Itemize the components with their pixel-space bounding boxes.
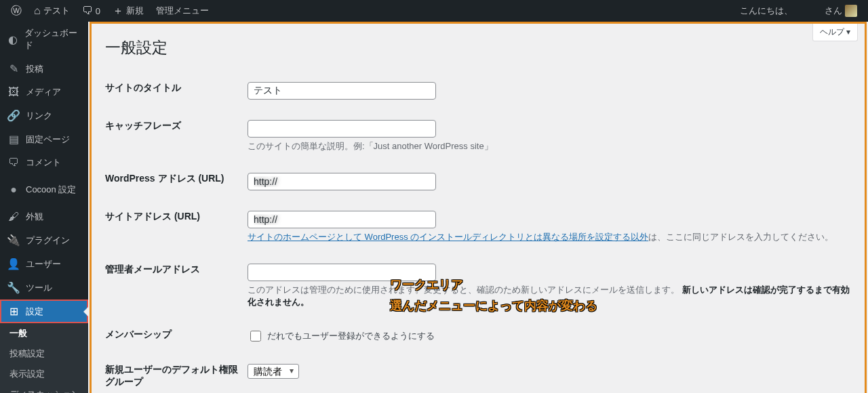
menu-label: リンク bbox=[26, 110, 52, 122]
wp-logo-menu[interactable]: ⓦ bbox=[5, 0, 27, 22]
menu-icon: 🔧 bbox=[7, 281, 20, 294]
membership-checkbox[interactable] bbox=[250, 331, 261, 342]
site-url-input[interactable] bbox=[248, 211, 436, 228]
site-name-label: テスト bbox=[43, 5, 70, 17]
greeting-suffix: さん bbox=[825, 5, 842, 17]
greeting-prefix: こんにちは、 bbox=[740, 5, 793, 17]
menu-icon: 🗨 bbox=[7, 157, 20, 169]
menu-label: 固定ページ bbox=[26, 133, 70, 146]
menu-label: ツール bbox=[26, 282, 52, 294]
site-title-label: サイトのタイトル bbox=[105, 72, 248, 110]
sidebar-item-1[interactable]: ✎投稿 bbox=[0, 57, 88, 81]
settings-form: サイトのタイトル キャッチフレーズ このサイトの簡単な説明。例:「Just an… bbox=[105, 72, 851, 393]
user-greeting[interactable]: こんにちは、 さん bbox=[734, 0, 863, 22]
plus-icon: ＋ bbox=[113, 5, 123, 16]
wp-url-input[interactable] bbox=[248, 173, 436, 190]
admin-email-label: 管理者メールアドレス bbox=[105, 253, 248, 318]
site-url-help-link[interactable]: サイトのホームページとして WordPress のインストールディレクトリとは異… bbox=[248, 232, 648, 242]
site-name-menu[interactable]: ⌂テスト bbox=[28, 0, 75, 22]
sidebar-item-10[interactable]: 🔧ツール bbox=[0, 276, 88, 299]
menu-icon: ✎ bbox=[7, 62, 20, 75]
page-title: 一般設定 bbox=[105, 37, 851, 58]
annotation-line2: 選んだメニューによって内容が変わる bbox=[390, 295, 597, 316]
default-role-select[interactable]: 購読者 bbox=[248, 364, 299, 379]
sidebar-item-4[interactable]: ▤固定ページ bbox=[0, 127, 88, 151]
sidebar-item-5[interactable]: 🗨コメント bbox=[0, 151, 88, 174]
settings-submenu: 一般投稿設定表示設定ディスカッションメディアパーマリンクプライバシー bbox=[0, 323, 88, 393]
new-label: 新規 bbox=[126, 5, 144, 17]
help-label: ヘルプ ▾ bbox=[820, 27, 850, 37]
submenu-item-1[interactable]: 投稿設定 bbox=[0, 344, 88, 364]
menu-icon: ⊞ bbox=[7, 305, 20, 318]
annotation-line1: ワークエリア bbox=[390, 274, 597, 295]
site-url-help-tail: は、ここに同じアドレスを入力してください。 bbox=[648, 232, 833, 242]
menu-label: コメント bbox=[26, 157, 61, 169]
wp-url-label: WordPress アドレス (URL) bbox=[105, 163, 248, 201]
menu-label: 設定 bbox=[26, 306, 43, 318]
tagline-label: キャッチフレーズ bbox=[105, 110, 248, 163]
site-url-label: サイトアドレス (URL) bbox=[105, 201, 248, 253]
submenu-item-0[interactable]: 一般 bbox=[0, 323, 88, 344]
username bbox=[795, 5, 822, 17]
sidebar-item-0[interactable]: ◐ダッシュボード bbox=[0, 22, 88, 57]
site-title-input[interactable] bbox=[248, 82, 436, 100]
new-content-menu[interactable]: ＋新規 bbox=[107, 0, 149, 22]
menu-icon: ▤ bbox=[7, 133, 20, 146]
sidebar-item-8[interactable]: 🔌プラグイン bbox=[0, 228, 88, 252]
admin-bar: ⓦ ⌂テスト 🗨0 ＋新規 管理メニュー こんにちは、 さん bbox=[0, 0, 868, 22]
sidebar-item-11[interactable]: ⊞設定 bbox=[0, 299, 88, 323]
wordpress-icon: ⓦ bbox=[11, 5, 22, 16]
sidebar-item-3[interactable]: 🔗リンク bbox=[0, 104, 88, 127]
membership-checkbox-text: だれでもユーザー登録ができるようにする bbox=[267, 330, 435, 342]
menu-icon: 🔗 bbox=[7, 109, 20, 122]
avatar-icon bbox=[845, 5, 857, 17]
menu-label: 投稿 bbox=[26, 63, 43, 75]
menu-icon: ● bbox=[7, 184, 20, 196]
comments-count: 0 bbox=[96, 6, 100, 16]
work-area: ヘルプ ▾ 一般設定 サイトのタイトル キャッチフレーズ このサイトの簡単な説明… bbox=[90, 22, 867, 393]
annotation-overlay: ワークエリア 選んだメニューによって内容が変わる bbox=[390, 274, 597, 316]
admin-menu-link[interactable]: 管理メニュー bbox=[151, 0, 214, 22]
comment-icon: 🗨 bbox=[82, 5, 93, 16]
sidebar-item-9[interactable]: 👤ユーザー bbox=[0, 252, 88, 276]
default-role-label: 新規ユーザーのデフォルト権限グループ bbox=[105, 354, 248, 393]
tagline-input[interactable] bbox=[248, 120, 436, 138]
submenu-item-3[interactable]: ディスカッション bbox=[0, 384, 88, 393]
submenu-item-2[interactable]: 表示設定 bbox=[0, 364, 88, 384]
tagline-help: このサイトの簡単な説明。例:「Just another WordPress si… bbox=[248, 140, 851, 152]
menu-label: ユーザー bbox=[26, 258, 61, 270]
membership-checkbox-label[interactable]: だれでもユーザー登録ができるようにする bbox=[248, 329, 851, 344]
menu-label: Cocoon 設定 bbox=[26, 184, 76, 196]
sidebar-item-2[interactable]: 🖾メディア bbox=[0, 81, 88, 104]
main-content: ヘルプ ▾ 一般設定 サイトのタイトル キャッチフレーズ このサイトの簡単な説明… bbox=[88, 22, 868, 393]
admin-menu-label: 管理メニュー bbox=[156, 5, 209, 17]
menu-icon: ◐ bbox=[7, 33, 19, 46]
site-url-help: サイトのホームページとして WordPress のインストールディレクトリとは異… bbox=[248, 231, 851, 243]
admin-sidebar: ◐ダッシュボード✎投稿🖾メディア🔗リンク▤固定ページ🗨コメント●Cocoon 設… bbox=[0, 22, 88, 393]
home-icon: ⌂ bbox=[34, 5, 41, 16]
menu-label: 外観 bbox=[26, 211, 43, 223]
menu-label: メディア bbox=[26, 86, 61, 98]
menu-icon: 👤 bbox=[7, 257, 20, 270]
menu-label: ダッシュボード bbox=[24, 27, 81, 51]
help-tab[interactable]: ヘルプ ▾ bbox=[812, 24, 858, 41]
sidebar-item-7[interactable]: 🖌外観 bbox=[0, 205, 88, 228]
menu-label: プラグイン bbox=[26, 234, 70, 247]
menu-icon: 🔌 bbox=[7, 234, 20, 247]
menu-icon: 🖌 bbox=[7, 211, 20, 223]
comments-menu[interactable]: 🗨0 bbox=[77, 0, 106, 22]
membership-label: メンバーシップ bbox=[105, 318, 248, 354]
sidebar-item-6[interactable]: ●Cocoon 設定 bbox=[0, 178, 88, 201]
menu-icon: 🖾 bbox=[7, 86, 20, 98]
